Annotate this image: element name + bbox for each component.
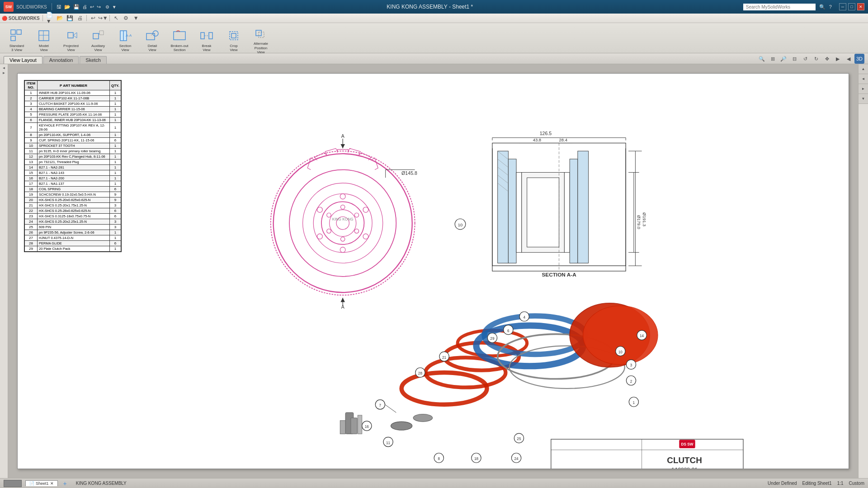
bom-qty-25: 3 bbox=[110, 225, 121, 230]
view-orientation-tool[interactable]: ▶ bbox=[833, 54, 843, 64]
broken-out-section-btn[interactable]: Broken-outSection bbox=[166, 26, 193, 55]
svg-point-41 bbox=[354, 229, 359, 233]
options-gear-btn[interactable]: ⚙ bbox=[122, 14, 131, 23]
bom-header-qty: QTY. bbox=[110, 81, 121, 90]
svg-text:21: 21 bbox=[442, 356, 447, 360]
svg-rect-18 bbox=[201, 33, 204, 39]
svg-point-29 bbox=[313, 194, 372, 253]
bom-part-7: KEYHOLE FITTING 20P107-KK REV A, 12-28-0… bbox=[38, 123, 110, 132]
svg-point-40 bbox=[354, 213, 359, 217]
zoom-tool[interactable]: 🔍 bbox=[757, 54, 767, 64]
close-button[interactable]: ✕ bbox=[857, 3, 864, 10]
section-view-label: SectionView bbox=[119, 44, 132, 52]
svg-text:Ø191.3: Ø191.3 bbox=[642, 212, 647, 226]
open-btn[interactable]: 📂 bbox=[64, 4, 71, 10]
auxiliary-view-label: AuxiliaryView bbox=[91, 44, 105, 52]
bom-qty-1: 1 bbox=[110, 90, 121, 96]
redo-btn[interactable]: ↪ bbox=[97, 4, 101, 10]
break-view-btn[interactable]: BreakView bbox=[193, 26, 220, 55]
print-btn[interactable]: 🖨 bbox=[82, 4, 87, 9]
section-view-btn[interactable]: A-A SectionView bbox=[112, 26, 138, 55]
rotate-right-tool[interactable]: ↻ bbox=[811, 54, 821, 64]
new-btn[interactable]: 🖫 bbox=[57, 4, 61, 9]
svg-rect-143 bbox=[551, 439, 743, 469]
add-sheet-btn[interactable]: + bbox=[63, 480, 67, 487]
bom-row-19: 19SCHCSCREW 0.19-32x0.5x0.5-HX-N9 bbox=[25, 192, 121, 197]
section-view-icon: A-A bbox=[118, 28, 132, 43]
bom-part-20: HX-SHCS 0.25-20x0.625x0.625-N bbox=[38, 197, 110, 203]
fit-tool[interactable]: ⊞ bbox=[768, 54, 778, 64]
crop-view-btn[interactable]: CropView bbox=[221, 26, 247, 55]
right-panel-btn-1[interactable]: ▲ bbox=[859, 64, 868, 74]
cursor-btn[interactable]: ↖ bbox=[112, 14, 121, 23]
model-view-btn[interactable]: ModelView bbox=[31, 26, 57, 55]
bottom-left: 📄 Sheet1 ✕ + KING KONG ASSEMBLY bbox=[4, 480, 127, 487]
save-file-btn[interactable]: 💾 bbox=[66, 14, 75, 23]
undo-btn[interactable]: ↩ bbox=[90, 4, 94, 10]
svg-point-28 bbox=[303, 183, 383, 263]
drawing-canvas: ITEMNO. P ART NUMBER QTY. 1INNER HUB 20P… bbox=[17, 73, 849, 469]
tab-view-layout[interactable]: View Layout bbox=[4, 56, 42, 64]
svg-point-34 bbox=[363, 207, 368, 212]
auxiliary-view-btn[interactable]: AuxiliaryView bbox=[85, 26, 111, 55]
search-input[interactable] bbox=[743, 4, 816, 10]
file-menu[interactable]: 📄▼ bbox=[46, 14, 55, 23]
pan-tool[interactable]: ✥ bbox=[822, 54, 832, 64]
svg-rect-8 bbox=[93, 33, 99, 39]
undo-file-btn[interactable]: ↩ bbox=[89, 14, 98, 23]
standard-3view-btn[interactable]: Standard3 View bbox=[4, 26, 30, 55]
bom-row-6: 6FLANGE, INNER HUB 20P104-KK 11-13-061 bbox=[25, 117, 121, 123]
sheet1-tab[interactable]: 📄 Sheet1 ✕ bbox=[25, 480, 58, 486]
bom-qty-7: 1 bbox=[110, 123, 121, 132]
left-sidebar: ◄ ► bbox=[0, 64, 8, 478]
svg-point-38 bbox=[317, 207, 323, 212]
open-file-btn[interactable]: 📂 bbox=[56, 14, 65, 23]
right-panel-btn-3[interactable]: ► bbox=[859, 84, 868, 94]
bom-part-15: B27.1 - NA2-143 bbox=[38, 170, 110, 176]
zoom-out-tool[interactable]: ⊟ bbox=[789, 54, 799, 64]
sheet1-close[interactable]: ✕ bbox=[50, 481, 54, 486]
window-title: KING KONG ASSEMBLY - Sheet1 * bbox=[387, 4, 473, 10]
zoom-in-tool[interactable]: 🔎 bbox=[778, 54, 788, 64]
svg-point-26 bbox=[274, 154, 412, 292]
svg-text:A: A bbox=[341, 133, 345, 139]
broken-out-section-icon bbox=[172, 28, 187, 43]
sw-brand: 🔴 SOLIDWORKS bbox=[2, 16, 40, 21]
help-icon[interactable]: ? bbox=[829, 4, 832, 9]
sidebar-expand-arrow[interactable]: ► bbox=[2, 71, 6, 75]
svg-text:DS SW: DS SW bbox=[681, 442, 693, 446]
svg-text:KING KONG: KING KONG bbox=[332, 217, 354, 221]
model-view-label: ModelView bbox=[39, 44, 49, 52]
tab-annotation[interactable]: Annotation bbox=[43, 56, 79, 64]
tab-sketch[interactable]: Sketch bbox=[80, 56, 107, 64]
alternate-position-view-btn[interactable]: AlternatePositionView bbox=[248, 25, 274, 56]
3d-view-tool[interactable]: 3D bbox=[854, 54, 864, 64]
rotate-left-tool[interactable]: ↺ bbox=[800, 54, 810, 64]
dropdown-arrow[interactable]: ▼ bbox=[112, 5, 117, 9]
minimize-button[interactable]: ─ bbox=[839, 3, 846, 10]
redo-file-btn[interactable]: ↪▼ bbox=[99, 14, 108, 23]
projected-view-btn[interactable]: ProjectedView bbox=[58, 26, 84, 55]
maximize-button[interactable]: □ bbox=[848, 3, 855, 10]
right-panel-btn-4[interactable]: ▼ bbox=[859, 94, 868, 104]
drawing-area[interactable]: ITEMNO. P ART NUMBER QTY. 1INNER HUB 20P… bbox=[8, 64, 858, 478]
detail-view-btn[interactable]: DetailView bbox=[139, 26, 165, 55]
right-panel-btn-2[interactable]: ◄ bbox=[859, 74, 868, 84]
more-btn[interactable]: ▼ bbox=[132, 14, 141, 23]
options-btn[interactable]: ⚙ bbox=[105, 5, 109, 9]
model-preview-btn[interactable] bbox=[4, 480, 22, 487]
solidworks-label: SOLIDWORKS bbox=[16, 5, 47, 9]
svg-rect-64 bbox=[508, 159, 516, 263]
bom-item-15: 15 bbox=[25, 170, 38, 176]
display-style-tool[interactable]: ◀ bbox=[844, 54, 854, 64]
print-file-btn[interactable]: 🖨 bbox=[75, 14, 85, 23]
svg-rect-68 bbox=[564, 173, 570, 253]
bom-row-15: 15B27.1 - NA2-1431 bbox=[25, 170, 121, 176]
bom-part-16: B27.1 - NA2-200 bbox=[38, 176, 110, 181]
search-icon[interactable]: 🔍 bbox=[819, 4, 826, 10]
save-btn[interactable]: 💾 bbox=[73, 4, 80, 10]
bom-row-23: 23HX-SHCS 0.3125-18x0.75x0.75-N6 bbox=[25, 214, 121, 219]
bom-item-3: 3 bbox=[25, 101, 38, 107]
bom-row-10: 10SPROCKET 37 TOOTH1 bbox=[25, 143, 121, 149]
sidebar-collapse-arrow[interactable]: ◄ bbox=[2, 66, 6, 70]
